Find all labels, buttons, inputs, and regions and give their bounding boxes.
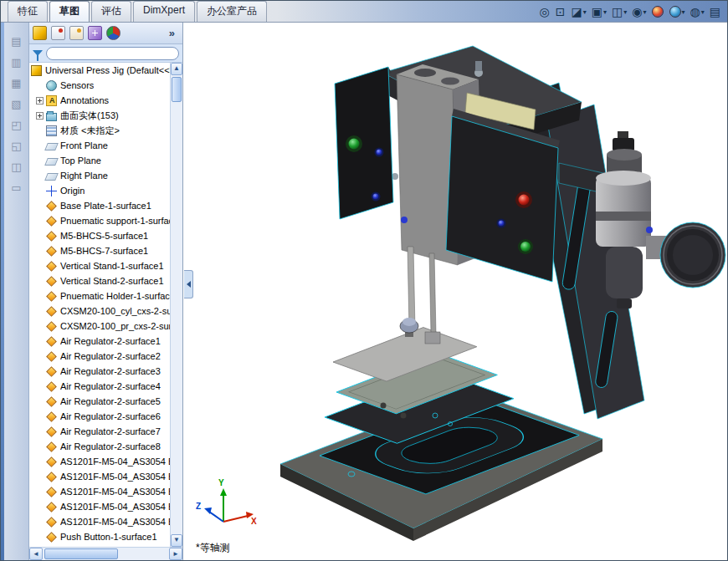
stamp-icon[interactable]: ◫ bbox=[8, 157, 26, 176]
tree-root-item[interactable]: Universal Press Jig (Default<<D bbox=[29, 63, 170, 78]
surface-body-icon bbox=[46, 502, 57, 513]
scroll-down-arrow[interactable]: ▼ bbox=[171, 534, 182, 547]
tree-item[interactable]: CXSM20-100_pr_cxs-2-surfa bbox=[29, 319, 170, 334]
view-settings-icon[interactable]: ◍ ▾ bbox=[690, 3, 705, 20]
vertical-scroll-thumb[interactable] bbox=[172, 77, 182, 102]
tree-item[interactable]: Pnuematic support-1-surface bbox=[29, 213, 170, 228]
configurationmanager-tab-icon[interactable] bbox=[69, 26, 84, 40]
zoom-to-fit-icon[interactable]: ◎ bbox=[539, 3, 551, 20]
edit-appearance-icon[interactable] bbox=[651, 3, 665, 20]
dimxpertmanager-tab-icon[interactable] bbox=[88, 26, 102, 40]
apply-scene-icon[interactable]: ▾ bbox=[669, 3, 686, 20]
link-icon[interactable]: ◱ bbox=[8, 136, 26, 155]
tree-item[interactable]: AS1201F-M5-04_AS3054 Bo bbox=[29, 514, 170, 529]
clipboard-icon[interactable]: ◰ bbox=[8, 115, 26, 134]
tree-item[interactable]: Front Plane bbox=[29, 138, 170, 153]
tree-item[interactable]: Air Regulator-2-surface8 bbox=[29, 439, 170, 454]
collapse-toolbar-icon[interactable]: ▤ bbox=[709, 3, 722, 20]
tab-dimxpert[interactable]: DimXpert bbox=[133, 1, 195, 22]
tree-item[interactable]: Air Regulator-2-surface6 bbox=[29, 409, 170, 424]
featuremanager-tab-icon[interactable] bbox=[33, 26, 47, 40]
plane-icon bbox=[44, 143, 59, 150]
surface-body-icon bbox=[46, 351, 57, 362]
tab-sketch[interactable]: 草图 bbox=[49, 1, 90, 22]
expand-plus-icon[interactable] bbox=[36, 112, 44, 120]
tree-item-label: Air Regulator-2-surface1 bbox=[60, 336, 161, 346]
tree-item[interactable]: 曲面实体(153) bbox=[29, 108, 170, 123]
tree-item-label: AS1201F-M5-04_AS3054 Bo bbox=[60, 502, 170, 512]
tree-item[interactable]: Sensors bbox=[29, 78, 170, 93]
pin-note-icon[interactable]: ▥ bbox=[8, 53, 26, 71]
tree-item[interactable]: Air Regulator-2-surface7 bbox=[29, 424, 170, 439]
sensors-icon bbox=[46, 80, 57, 91]
palette-icon[interactable]: ▦ bbox=[8, 74, 26, 92]
section-view-icon[interactable]: ◪ ▾ bbox=[571, 3, 587, 20]
tree-vertical-scrollbar[interactable]: ▲ ▼ bbox=[170, 63, 182, 547]
tree-item-label: Air Regulator-2-surface2 bbox=[60, 351, 161, 361]
tree-item[interactable]: 材质 <未指定> bbox=[29, 123, 170, 138]
tree-item[interactable]: Vertical Stand-1-surface1 bbox=[29, 258, 170, 273]
tree-item[interactable]: CXSM20-100_cyl_cxs-2-surfa bbox=[29, 303, 170, 319]
viewport-canvas[interactable]: Y X Z bbox=[184, 23, 728, 561]
panel-overflow-chevron[interactable]: » bbox=[169, 27, 175, 39]
scroll-up-arrow[interactable]: ▲ bbox=[171, 63, 182, 75]
tree-item[interactable]: Air Regulator-2-surface5 bbox=[29, 394, 170, 409]
tree-item[interactable]: Vertical Stand-2-surface1 bbox=[29, 273, 170, 288]
scroll-right-arrow[interactable]: ► bbox=[169, 548, 182, 560]
tree-item-label: Air Regulator-2-surface3 bbox=[60, 366, 161, 376]
view-orientation-icon[interactable]: ▣ ▾ bbox=[591, 3, 608, 20]
filter-funnel-icon[interactable] bbox=[33, 50, 43, 56]
tree-item[interactable]: AS1201F-M5-04_AS3054 Bo bbox=[29, 469, 170, 484]
surface-body-icon bbox=[46, 472, 57, 482]
red-button bbox=[519, 195, 530, 206]
tree-item[interactable]: AS1201F-M5-04_AS3054 Bo bbox=[29, 454, 170, 469]
surface-bodies-folder-icon bbox=[46, 113, 57, 121]
tree-item[interactable]: Air Regulator-2-surface2 bbox=[29, 349, 170, 364]
displaymanager-tab-icon[interactable] bbox=[106, 26, 120, 40]
horizontal-scroll-thumb[interactable] bbox=[44, 548, 118, 559]
tree-filter-row bbox=[29, 44, 182, 63]
graphics-viewport[interactable]: Y X Z *等轴测 bbox=[184, 23, 727, 560]
tree-item[interactable]: AS1201F-M5-04_AS3054 Bo bbox=[29, 499, 170, 514]
tree-item[interactable]: Air Regulator-2-surface1 bbox=[29, 334, 170, 349]
feature-tree: Universal Press Jig (Default<<D Sensors … bbox=[29, 63, 170, 547]
document-icon[interactable]: ▤ bbox=[8, 32, 26, 50]
tree-item-label: 曲面实体(153) bbox=[60, 110, 119, 122]
tree-item[interactable]: Annotations bbox=[29, 93, 170, 108]
tree-item[interactable]: Air Regulator-2-surface4 bbox=[29, 379, 170, 394]
display-style-icon[interactable]: ◫ ▾ bbox=[611, 3, 628, 20]
tab-features[interactable]: 特征 bbox=[8, 1, 48, 22]
panel-collapse-handle[interactable] bbox=[184, 270, 193, 298]
blue-button bbox=[373, 194, 379, 200]
tree-item[interactable]: Base Plate-1-surface1 bbox=[29, 198, 170, 213]
tree-item[interactable]: M5-BHCS-5-surface1 bbox=[29, 228, 170, 243]
surface-body-icon bbox=[46, 291, 57, 302]
tab-evaluate[interactable]: 评估 bbox=[91, 1, 131, 22]
tree-filter-input[interactable] bbox=[46, 47, 179, 60]
tree-item[interactable]: M5-BHCS-7-surface1 bbox=[29, 243, 170, 258]
horizontal-scroll-track[interactable] bbox=[43, 548, 169, 560]
tree-item[interactable]: Push Button-1-surface1 bbox=[29, 529, 170, 544]
tree-item[interactable]: Pnuematic Holder-1-surface1 bbox=[29, 288, 170, 303]
tree-item[interactable]: Air Regulator-2-surface3 bbox=[29, 364, 170, 379]
surface-body-icon bbox=[46, 517, 57, 528]
propertymanager-tab-icon[interactable] bbox=[51, 26, 65, 40]
plane-icon bbox=[44, 158, 59, 166]
zoom-to-area-icon[interactable]: ⊡ bbox=[555, 3, 567, 20]
orientation-triad[interactable]: Y X Z bbox=[196, 478, 257, 526]
tree-item-label: Top Plane bbox=[60, 156, 101, 166]
tree-item[interactable]: Origin bbox=[29, 183, 170, 198]
tab-office-products[interactable]: 办公室产品 bbox=[197, 1, 267, 22]
expand-plus-icon[interactable] bbox=[36, 97, 44, 105]
tree-item[interactable]: Right Plane bbox=[29, 168, 170, 183]
hide-show-items-icon[interactable]: ◉ ▾ bbox=[631, 3, 647, 20]
scroll-left-arrow[interactable]: ◄ bbox=[29, 548, 43, 560]
tree-item[interactable]: Top Plane bbox=[29, 153, 170, 168]
tree-item-label: CXSM20-100_pr_cxs-2-surfa bbox=[60, 321, 170, 331]
tree-horizontal-scrollbar[interactable]: ◄ ► bbox=[29, 547, 182, 560]
solidworks-window: 特征 草图 评估 DimXpert 办公室产品 bbox=[0, 0, 728, 561]
tree-item[interactable]: AS1201F-M5-04_AS3054 Bo bbox=[29, 484, 170, 499]
brush-icon[interactable]: ▭ bbox=[8, 178, 26, 196]
panel-tab-row: » bbox=[29, 23, 182, 44]
image-icon[interactable]: ▧ bbox=[8, 94, 26, 113]
